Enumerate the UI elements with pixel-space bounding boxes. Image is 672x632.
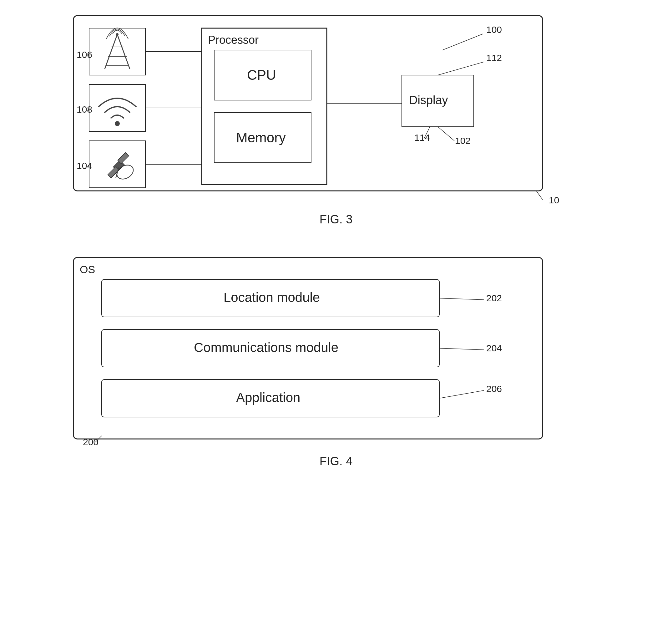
svg-text:114: 114 <box>414 132 430 143</box>
fig3-container: Processor CPU Memory Display 100 112 106 <box>70 13 602 232</box>
svg-text:108: 108 <box>77 104 92 115</box>
svg-text:202: 202 <box>486 293 502 303</box>
svg-text:102: 102 <box>455 136 471 146</box>
svg-text:106: 106 <box>77 49 92 60</box>
svg-point-7 <box>116 33 119 36</box>
fig4-caption: FIG. 4 <box>70 454 602 468</box>
svg-text:10: 10 <box>549 195 559 205</box>
svg-text:112: 112 <box>486 52 502 63</box>
svg-text:OS: OS <box>80 263 95 275</box>
svg-text:104: 104 <box>77 161 92 171</box>
svg-text:206: 206 <box>486 383 502 394</box>
svg-text:Display: Display <box>409 94 448 107</box>
fig4-container: OS Location module Communications module… <box>70 254 602 474</box>
svg-text:Memory: Memory <box>236 130 286 145</box>
svg-text:Processor: Processor <box>208 33 259 46</box>
svg-line-43 <box>536 191 543 200</box>
svg-text:100: 100 <box>486 24 502 35</box>
svg-text:Location module: Location module <box>223 290 320 305</box>
svg-text:204: 204 <box>486 343 502 353</box>
svg-text:CPU: CPU <box>247 67 276 83</box>
fig3-caption: FIG. 3 <box>70 213 602 226</box>
fig4-diagram-svg: OS Location module Communications module… <box>70 254 602 448</box>
svg-text:Application: Application <box>236 390 300 405</box>
svg-text:200: 200 <box>83 437 98 447</box>
fig3-diagram-svg: Processor CPU Memory Display 100 112 106 <box>70 13 602 207</box>
svg-point-9 <box>115 121 120 126</box>
svg-text:Communications module: Communications module <box>194 340 338 355</box>
